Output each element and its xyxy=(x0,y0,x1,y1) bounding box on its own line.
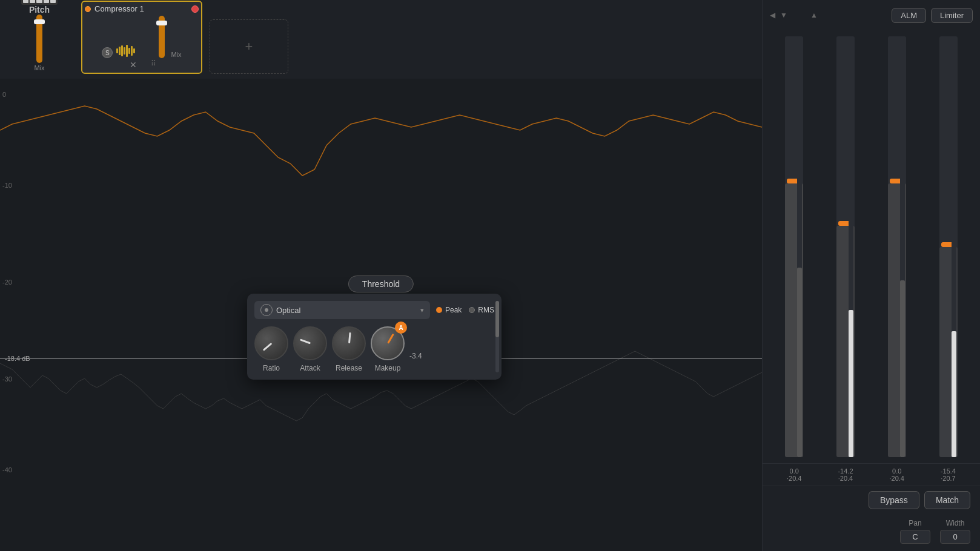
meter-channel-2 xyxy=(826,36,866,457)
ch2-numbers: -14.2 ·20.4 xyxy=(838,467,853,482)
ch3-bot: ·20.4 xyxy=(889,475,904,482)
right-top-buttons: ◀ ▼ ▲ ALM Limiter xyxy=(763,0,980,30)
ch1-bot: ·20.4 xyxy=(787,475,801,482)
comp-type-label: Optical xyxy=(276,306,300,315)
pan-width-row: Pan C Width 0 xyxy=(763,514,980,551)
peak-option[interactable]: Peak xyxy=(436,306,462,314)
meter-fader-3[interactable] xyxy=(888,36,906,457)
makeup-value: -3.4 xyxy=(409,352,422,372)
comp-fader[interactable] xyxy=(159,16,165,58)
makeup-knob-container: A Makeup xyxy=(371,326,405,372)
bottom-numbers: 0.0 ·20.4 -14.2 ·20.4 0.0 ·20.4 -15.4 ·2… xyxy=(763,463,980,486)
release-knob[interactable] xyxy=(332,326,366,360)
alm-button[interactable]: ALM xyxy=(892,8,926,23)
peak-label: Peak xyxy=(445,306,462,314)
comp-s-btn[interactable]: S xyxy=(102,47,113,58)
release-label: Release xyxy=(336,364,362,372)
left-arrow-icon[interactable]: ◀ xyxy=(770,11,775,19)
meter-channel-3 xyxy=(878,36,917,457)
width-value[interactable]: 0 xyxy=(940,530,970,544)
pan-group: Pan C xyxy=(900,519,930,544)
comp-title: Compressor 1 xyxy=(94,4,144,13)
warning-icon xyxy=(85,6,91,12)
pitch-slot: S Pitch Mix xyxy=(0,0,79,74)
rms-label: RMS xyxy=(478,306,494,314)
chevron-down-icon: ▾ xyxy=(420,306,424,314)
attack-label: Attack xyxy=(300,364,320,372)
pitch-mix-label: Mix xyxy=(34,64,44,71)
attack-knob-container: Attack xyxy=(293,326,327,372)
knobs-row: Ratio Attack Release A xyxy=(254,326,494,372)
ch3-top: 0.0 xyxy=(892,467,901,475)
meter-fader-2[interactable] xyxy=(836,36,855,457)
width-group: Width 0 xyxy=(940,519,970,544)
ch2-top: -14.2 xyxy=(838,467,853,475)
peak-dot xyxy=(436,307,442,313)
ch4-top: -15.4 xyxy=(941,467,956,475)
comp-slot: Compressor 1 S Mix ✕ ⠿ xyxy=(81,1,202,74)
meter-channel-4 xyxy=(929,36,968,457)
pitch-label: Pitch xyxy=(29,5,50,15)
release-knob-container: Release xyxy=(332,326,366,372)
comp-drag-handle[interactable]: ⠿ xyxy=(151,59,156,70)
comp-mix-label: Mix xyxy=(171,51,181,58)
navigation-arrows: ◀ ▼ ▲ xyxy=(770,11,818,19)
width-label: Width xyxy=(946,519,965,527)
ch4-numbers: -15.4 ·20.7 xyxy=(941,467,956,482)
meter-fader-1[interactable] xyxy=(785,36,803,457)
right-panel: ◀ ▼ ▲ ALM Limiter xyxy=(762,0,980,551)
down-arrow-icon[interactable]: ▼ xyxy=(780,11,787,19)
match-button[interactable]: Match xyxy=(924,491,970,509)
makeup-a-badge: A xyxy=(395,322,407,334)
ch1-numbers: 0.0 ·20.4 xyxy=(787,467,801,482)
ch3-numbers: 0.0 ·20.4 xyxy=(889,467,904,482)
ch2-bot: ·20.4 xyxy=(838,475,853,482)
bottom-controls: Bypass Match xyxy=(763,486,980,514)
right-arrow-icon[interactable]: ▲ xyxy=(810,11,818,19)
piano-icon xyxy=(21,0,58,5)
add-plugin-slot[interactable]: + xyxy=(210,19,288,74)
attack-knob[interactable] xyxy=(293,326,327,360)
rms-dot xyxy=(469,307,475,313)
waveform-area: 0 -10 -20 -30 -40 -18.4 dB Optical ▾ Pea… xyxy=(0,79,762,551)
ratio-knob-container: Ratio xyxy=(254,326,288,372)
pan-label: Pan xyxy=(909,519,921,527)
power-icon[interactable] xyxy=(191,5,199,13)
comp-type-selector[interactable]: Optical ▾ xyxy=(254,301,430,319)
comp-close-btn[interactable]: ✕ xyxy=(128,59,139,70)
limiter-button[interactable]: Limiter xyxy=(931,8,973,23)
pitch-fader[interactable] xyxy=(36,15,42,63)
threshold-button[interactable]: Threshold xyxy=(348,276,414,292)
add-icon: + xyxy=(245,39,253,54)
rms-option[interactable]: RMS xyxy=(469,306,494,314)
panel-scrollbar[interactable] xyxy=(495,301,499,372)
comp-type-icon xyxy=(260,304,273,316)
meter-channel-1 xyxy=(775,36,814,457)
ch4-bot: ·20.7 xyxy=(941,475,955,482)
ratio-knob[interactable] xyxy=(254,326,288,360)
ch1-top: 0.0 xyxy=(790,467,799,475)
meter-fader-4[interactable] xyxy=(939,36,958,457)
compressor-panel: Optical ▾ Peak RMS Ratio xyxy=(247,294,502,380)
meters-area xyxy=(763,30,980,463)
pan-value[interactable]: C xyxy=(900,530,930,544)
makeup-knob[interactable]: A xyxy=(371,326,405,360)
comp-waveform xyxy=(116,44,153,58)
bypass-button[interactable]: Bypass xyxy=(869,491,919,509)
detection-group: Peak RMS xyxy=(436,306,494,314)
makeup-label: Makeup xyxy=(375,364,401,372)
ratio-label: Ratio xyxy=(263,364,280,372)
threshold-db-label: -18.4 dB xyxy=(5,355,30,362)
